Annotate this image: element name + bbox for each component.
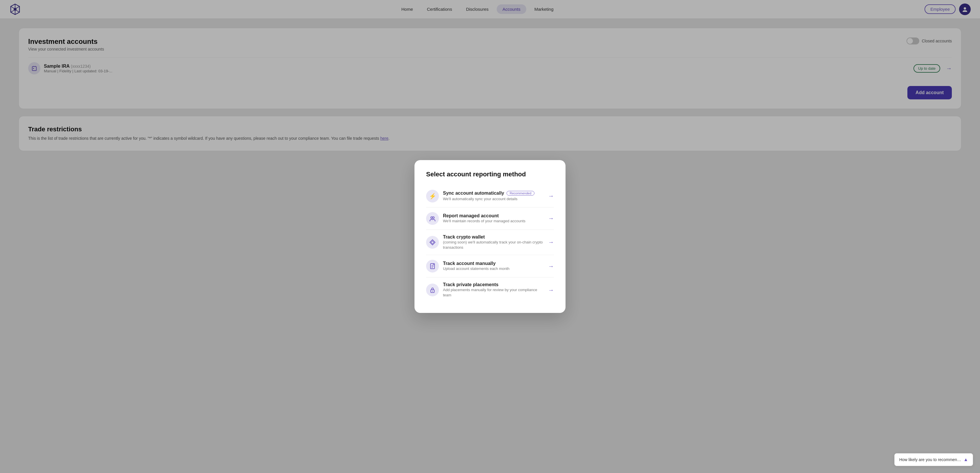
sync-title: Sync account automatically <box>443 191 504 196</box>
option-sync[interactable]: ⚡ Sync account automatically Recommended… <box>426 185 554 207</box>
manual-title: Track account manually <box>443 261 544 266</box>
sync-arrow-icon: → <box>548 193 554 199</box>
manual-arrow-icon: → <box>548 263 554 270</box>
svg-rect-15 <box>430 264 434 269</box>
managed-content: Report managed account We'll maintain re… <box>443 213 544 224</box>
option-crypto[interactable]: Track crypto wallet (coming soon) we'll … <box>426 230 554 255</box>
private-arrow-icon: → <box>548 287 554 293</box>
managed-desc: We'll maintain records of your managed a… <box>443 218 544 224</box>
sync-content: Sync account automatically Recommended W… <box>443 191 544 202</box>
modal-title: Select account reporting method <box>426 170 554 178</box>
managed-icon <box>426 212 439 225</box>
recommended-badge: Recommended <box>507 191 535 196</box>
crypto-icon <box>426 236 439 249</box>
managed-title: Report managed account <box>443 213 544 218</box>
private-title: Track private placements <box>443 282 544 287</box>
private-content: Track private placements Add placements … <box>443 282 544 298</box>
feedback-widget[interactable]: How likely are you to recommen… ▲ <box>894 453 973 466</box>
crypto-arrow-icon: → <box>548 239 554 245</box>
feedback-expand-icon[interactable]: ▲ <box>963 457 968 462</box>
option-managed[interactable]: Report managed account We'll maintain re… <box>426 207 554 230</box>
svg-point-17 <box>432 291 433 292</box>
svg-point-12 <box>433 217 434 218</box>
crypto-content: Track crypto wallet (coming soon) we'll … <box>443 234 544 250</box>
crypto-desc: (coming soon) we'll automatically track … <box>443 240 544 250</box>
sync-icon: ⚡ <box>426 190 439 202</box>
manual-desc: Upload account statements each month <box>443 266 544 271</box>
manual-icon <box>426 260 439 272</box>
managed-arrow-icon: → <box>548 215 554 222</box>
option-manual[interactable]: Track account manually Upload account st… <box>426 255 554 277</box>
crypto-title: Track crypto wallet <box>443 234 544 240</box>
sync-desc: We'll automatically sync your account de… <box>443 196 544 202</box>
manual-content: Track account manually Upload account st… <box>443 261 544 271</box>
modal-overlay[interactable]: Select account reporting method ⚡ Sync a… <box>0 0 980 473</box>
private-desc: Add placements manually for review by yo… <box>443 287 544 298</box>
private-icon <box>426 283 439 296</box>
sync-header: Sync account automatically Recommended <box>443 191 544 196</box>
svg-marker-14 <box>431 241 434 244</box>
feedback-text: How likely are you to recommen… <box>899 457 961 462</box>
select-reporting-modal: Select account reporting method ⚡ Sync a… <box>414 160 566 313</box>
option-private[interactable]: Track private placements Add placements … <box>426 277 554 303</box>
